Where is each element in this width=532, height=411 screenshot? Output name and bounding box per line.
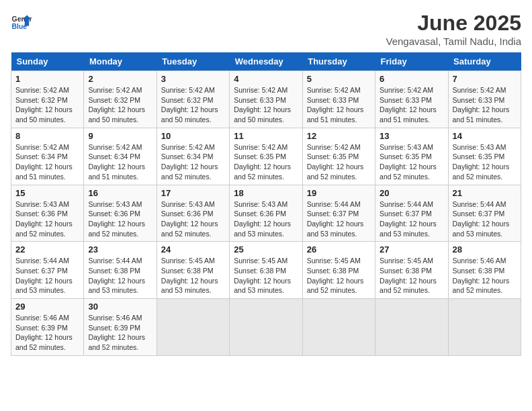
- cell-info: Sunrise: 5:42 AMSunset: 6:33 PMDaylight:…: [234, 85, 298, 125]
- calendar-cell: 24Sunrise: 5:45 AMSunset: 6:38 PMDayligh…: [157, 242, 229, 299]
- cell-info: Sunrise: 5:42 AMSunset: 6:32 PMDaylight:…: [88, 85, 152, 125]
- cell-info: Sunrise: 5:43 AMSunset: 6:36 PMDaylight:…: [15, 199, 79, 239]
- header-friday: Friday: [375, 52, 448, 71]
- calendar-cell: 12Sunrise: 5:42 AMSunset: 6:35 PMDayligh…: [302, 128, 375, 185]
- day-number: 18: [234, 188, 298, 198]
- day-number: 30: [88, 302, 152, 312]
- cell-info: Sunrise: 5:42 AMSunset: 6:33 PMDaylight:…: [453, 85, 517, 125]
- calendar-table: SundayMondayTuesdayWednesdayThursdayFrid…: [11, 52, 521, 356]
- calendar-cell: 15Sunrise: 5:43 AMSunset: 6:36 PMDayligh…: [11, 185, 84, 242]
- day-number: 7: [453, 74, 517, 84]
- calendar-cell: 30Sunrise: 5:46 AMSunset: 6:39 PMDayligh…: [84, 299, 157, 356]
- calendar-cell: 19Sunrise: 5:44 AMSunset: 6:37 PMDayligh…: [302, 185, 375, 242]
- calendar-cell: 9Sunrise: 5:42 AMSunset: 6:34 PMDaylight…: [84, 128, 157, 185]
- calendar-cell: 8Sunrise: 5:42 AMSunset: 6:34 PMDaylight…: [11, 128, 84, 185]
- cell-info: Sunrise: 5:42 AMSunset: 6:33 PMDaylight:…: [307, 85, 371, 125]
- header: General Blue June 2025 Vengavasal, Tamil…: [11, 11, 521, 47]
- day-number: 24: [161, 244, 225, 255]
- calendar-cell: 13Sunrise: 5:43 AMSunset: 6:35 PMDayligh…: [375, 128, 448, 185]
- cell-info: Sunrise: 5:42 AMSunset: 6:35 PMDaylight:…: [234, 142, 298, 182]
- day-number: 17: [161, 188, 225, 198]
- day-number: 8: [15, 131, 79, 141]
- cell-info: Sunrise: 5:42 AMSunset: 6:32 PMDaylight:…: [161, 85, 225, 125]
- day-number: 5: [307, 74, 371, 84]
- day-number: 12: [307, 131, 371, 141]
- header-wednesday: Wednesday: [230, 52, 302, 71]
- day-number: 29: [15, 302, 79, 312]
- calendar-cell: 6Sunrise: 5:42 AMSunset: 6:33 PMDaylight…: [375, 71, 448, 128]
- calendar-cell: [157, 299, 229, 356]
- calendar-cell: 28Sunrise: 5:46 AMSunset: 6:38 PMDayligh…: [448, 242, 521, 299]
- day-number: 16: [88, 188, 152, 198]
- subtitle: Vengavasal, Tamil Nadu, India: [386, 36, 521, 47]
- calendar-cell: 3Sunrise: 5:42 AMSunset: 6:32 PMDaylight…: [157, 71, 229, 128]
- calendar-cell: 7Sunrise: 5:42 AMSunset: 6:33 PMDaylight…: [448, 71, 521, 128]
- calendar-week-5: 29Sunrise: 5:46 AMSunset: 6:39 PMDayligh…: [11, 299, 521, 356]
- logo-icon: General Blue: [11, 11, 32, 32]
- calendar-cell: 17Sunrise: 5:43 AMSunset: 6:36 PMDayligh…: [157, 185, 229, 242]
- day-number: 20: [380, 188, 443, 198]
- calendar-cell: 29Sunrise: 5:46 AMSunset: 6:39 PMDayligh…: [11, 299, 84, 356]
- cell-info: Sunrise: 5:42 AMSunset: 6:32 PMDaylight:…: [15, 85, 79, 125]
- cell-info: Sunrise: 5:44 AMSunset: 6:37 PMDaylight:…: [453, 199, 517, 239]
- cell-info: Sunrise: 5:42 AMSunset: 6:34 PMDaylight:…: [161, 142, 225, 182]
- cell-info: Sunrise: 5:44 AMSunset: 6:37 PMDaylight:…: [380, 199, 443, 239]
- cell-info: Sunrise: 5:42 AMSunset: 6:34 PMDaylight:…: [15, 142, 79, 182]
- cell-info: Sunrise: 5:44 AMSunset: 6:37 PMDaylight:…: [307, 199, 371, 239]
- cell-info: Sunrise: 5:44 AMSunset: 6:38 PMDaylight:…: [88, 256, 152, 295]
- header-monday: Monday: [84, 52, 157, 71]
- calendar-cell: 25Sunrise: 5:45 AMSunset: 6:38 PMDayligh…: [230, 242, 302, 299]
- calendar-cell: 4Sunrise: 5:42 AMSunset: 6:33 PMDaylight…: [230, 71, 302, 128]
- calendar-cell: 22Sunrise: 5:44 AMSunset: 6:37 PMDayligh…: [11, 242, 84, 299]
- day-number: 10: [161, 131, 225, 141]
- day-number: 27: [380, 244, 443, 255]
- cell-info: Sunrise: 5:43 AMSunset: 6:36 PMDaylight:…: [88, 199, 152, 239]
- calendar-cell: 11Sunrise: 5:42 AMSunset: 6:35 PMDayligh…: [230, 128, 302, 185]
- cell-info: Sunrise: 5:42 AMSunset: 6:33 PMDaylight:…: [380, 85, 443, 125]
- cell-info: Sunrise: 5:43 AMSunset: 6:35 PMDaylight:…: [380, 142, 443, 182]
- calendar-cell: [448, 299, 521, 356]
- cell-info: Sunrise: 5:42 AMSunset: 6:35 PMDaylight:…: [307, 142, 371, 182]
- calendar-cell: 1Sunrise: 5:42 AMSunset: 6:32 PMDaylight…: [11, 71, 84, 128]
- day-number: 6: [380, 74, 443, 84]
- calendar-cell: 20Sunrise: 5:44 AMSunset: 6:37 PMDayligh…: [375, 185, 448, 242]
- day-number: 15: [15, 188, 79, 198]
- calendar-cell: 2Sunrise: 5:42 AMSunset: 6:32 PMDaylight…: [84, 71, 157, 128]
- calendar-week-3: 15Sunrise: 5:43 AMSunset: 6:36 PMDayligh…: [11, 185, 521, 242]
- day-number: 9: [88, 131, 152, 141]
- day-number: 4: [234, 74, 298, 84]
- day-number: 19: [307, 188, 371, 198]
- calendar-cell: 14Sunrise: 5:43 AMSunset: 6:35 PMDayligh…: [448, 128, 521, 185]
- header-saturday: Saturday: [448, 52, 521, 71]
- calendar-cell: 26Sunrise: 5:45 AMSunset: 6:38 PMDayligh…: [302, 242, 375, 299]
- day-number: 28: [453, 244, 517, 255]
- day-number: 2: [88, 74, 152, 84]
- calendar-cell: [302, 299, 375, 356]
- cell-info: Sunrise: 5:43 AMSunset: 6:36 PMDaylight:…: [161, 199, 225, 239]
- day-number: 13: [380, 131, 443, 141]
- calendar-cell: 23Sunrise: 5:44 AMSunset: 6:38 PMDayligh…: [84, 242, 157, 299]
- cell-info: Sunrise: 5:45 AMSunset: 6:38 PMDaylight:…: [161, 256, 225, 295]
- cell-info: Sunrise: 5:45 AMSunset: 6:38 PMDaylight:…: [234, 256, 298, 295]
- day-number: 26: [307, 244, 371, 255]
- calendar-cell: [375, 299, 448, 356]
- day-number: 14: [453, 131, 517, 141]
- cell-info: Sunrise: 5:46 AMSunset: 6:39 PMDaylight:…: [15, 313, 79, 353]
- calendar-week-2: 8Sunrise: 5:42 AMSunset: 6:34 PMDaylight…: [11, 128, 521, 185]
- calendar-cell: 21Sunrise: 5:44 AMSunset: 6:37 PMDayligh…: [448, 185, 521, 242]
- cell-info: Sunrise: 5:43 AMSunset: 6:36 PMDaylight:…: [234, 199, 298, 239]
- calendar-header-row: SundayMondayTuesdayWednesdayThursdayFrid…: [11, 52, 521, 71]
- calendar-week-4: 22Sunrise: 5:44 AMSunset: 6:37 PMDayligh…: [11, 242, 521, 299]
- cell-info: Sunrise: 5:43 AMSunset: 6:35 PMDaylight:…: [453, 142, 517, 182]
- calendar-cell: 10Sunrise: 5:42 AMSunset: 6:34 PMDayligh…: [157, 128, 229, 185]
- header-tuesday: Tuesday: [157, 52, 229, 71]
- cell-info: Sunrise: 5:45 AMSunset: 6:38 PMDaylight:…: [380, 256, 443, 295]
- calendar-cell: 18Sunrise: 5:43 AMSunset: 6:36 PMDayligh…: [230, 185, 302, 242]
- day-number: 11: [234, 131, 298, 141]
- day-number: 1: [15, 74, 79, 84]
- cell-info: Sunrise: 5:44 AMSunset: 6:37 PMDaylight:…: [15, 256, 79, 295]
- header-thursday: Thursday: [302, 52, 375, 71]
- calendar-cell: [230, 299, 302, 356]
- header-sunday: Sunday: [11, 52, 84, 71]
- title-area: June 2025 Vengavasal, Tamil Nadu, India: [386, 11, 521, 47]
